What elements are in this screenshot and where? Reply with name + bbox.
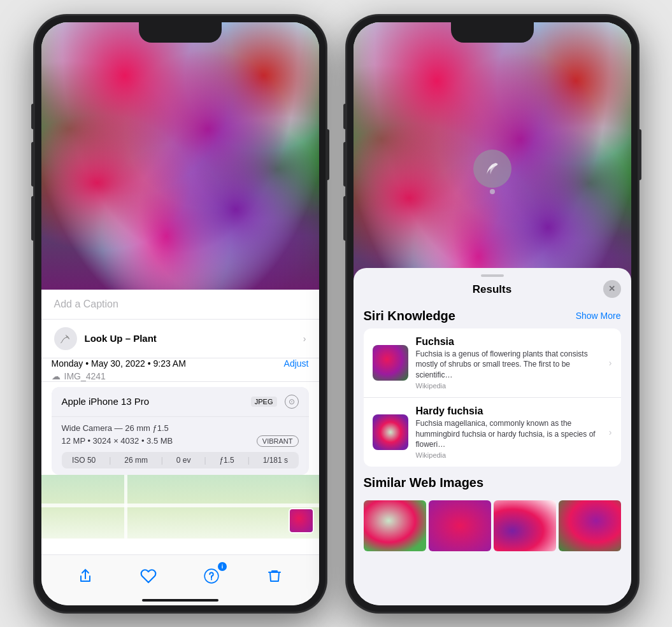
spec-aperture: ƒ1.5 [219,456,234,465]
hardy-fuchsia-thumbnail [373,414,408,450]
phone-2-screen: Results ✕ Siri Knowledge Show More [354,22,631,605]
results-scroll[interactable]: Siri Knowledge Show More Fuchsia Fuchsia… [354,301,631,600]
caption-placeholder[interactable]: Add a Caption [54,299,118,309]
phone-1: Add a Caption Look Up – Plant › Mon [34,15,327,613]
photo-area[interactable] [41,22,319,290]
web-images-row[interactable] [364,500,621,551]
show-more-button[interactable]: Show More [576,311,621,321]
siri-knowledge-title: Siri Knowledge [364,309,455,323]
map-road-vertical [124,475,127,539]
spec-ev: 0 ev [176,456,191,465]
date-section: Monday • May 30, 2022 • 9:23 AM Adjust ☁… [41,358,319,382]
mute-button-2 [343,104,346,129]
jpeg-badge: JPEG [251,397,277,407]
lookup-bold: Look Up – [85,333,131,344]
web-image-2[interactable] [429,500,491,551]
notch [139,22,222,43]
map-road-horizontal [41,504,319,507]
lookup-label: Look Up – Plant [85,333,157,344]
fuchsia-source: Wikipedia [416,382,601,390]
caption-area[interactable]: Add a Caption [41,290,319,320]
delete-button[interactable] [262,563,287,589]
fuchsia-desc: Fuchsia is a genus of flowering plants t… [416,349,601,381]
svg-point-0 [211,579,212,580]
similar-web-images-header: Similar Web Images [364,468,621,495]
phone-1-screen: Add a Caption Look Up – Plant › Mon [41,22,319,605]
spec-shutter: 1/181 s [263,456,288,465]
map-photo-thumbnail [289,508,314,533]
flower-photo [41,22,319,290]
results-panel: Results ✕ Siri Knowledge Show More [354,268,631,605]
web-image-3[interactable] [494,500,556,551]
lookup-icon [54,327,77,350]
cloud-icon: ☁ [52,371,61,381]
close-button[interactable]: ✕ [603,280,621,298]
fuchsia-chevron: › [609,358,612,368]
phone-2: Results ✕ Siri Knowledge Show More [346,15,639,613]
hardy-fuchsia-desc: Fuchsia magellanica, commonly known as t… [416,418,601,450]
web-image-1[interactable] [364,500,426,551]
hardy-fuchsia-source: Wikipedia [416,451,601,459]
camera-wide: Wide Camera — 26 mm ƒ1.5 [62,423,299,433]
volume-up-button-2 [343,142,346,187]
siri-knowledge-header: Siri Knowledge Show More [364,301,621,328]
spec-iso: ISO 50 [72,456,96,465]
results-title: Results [473,283,511,296]
camera-name: Apple iPhone 13 Pro [62,396,150,407]
fuchsia-name: Fuchsia [416,336,601,348]
favorite-button[interactable] [136,563,161,589]
lookup-row[interactable]: Look Up – Plant › [41,320,319,358]
hardy-fuchsia-text: Hardy fuchsia Fuchsia magellanica, commo… [416,405,601,459]
fuchsia-thumbnail [373,345,408,381]
spec-mm: 26 mm [124,456,148,465]
knowledge-item-fuchsia[interactable]: Fuchsia Fuchsia is a genus of flowering … [364,328,621,398]
fuchsia-text: Fuchsia Fuchsia is a genus of flowering … [416,336,601,390]
info-button[interactable]: i [199,563,224,589]
gear-icon[interactable]: ⊙ [285,395,299,409]
lookup-chevron: › [303,334,306,344]
share-button[interactable] [73,563,98,589]
camera-header: Apple iPhone 13 Pro JPEG ⊙ [52,387,309,417]
knowledge-card: Fuchsia Fuchsia is a genus of flowering … [364,328,621,467]
web-image-4[interactable] [559,500,621,551]
camera-section: Apple iPhone 13 Pro JPEG ⊙ Wide Camera —… [52,387,309,475]
volume-up-button [31,142,34,187]
info-badge: i [218,562,227,571]
volume-down-button-2 [343,196,346,241]
volume-down-button [31,196,34,241]
bottom-toolbar: i [41,554,319,605]
vibrant-badge: VIBRANT [257,435,299,447]
camera-details: Wide Camera — 26 mm ƒ1.5 12 MP • 3024 × … [52,417,309,475]
map-area[interactable] [41,475,319,539]
camera-specs-row: ISO 50 | 26 mm | 0 ev | ƒ1.5 | 1/181 s [62,452,299,468]
results-header: Results ✕ [354,277,631,301]
mute-button [31,104,34,129]
knowledge-item-hardy-fuchsia[interactable]: Hardy fuchsia Fuchsia magellanica, commo… [364,398,621,467]
date-text: Monday • May 30, 2022 • 9:23 AM [52,358,186,369]
home-indicator [142,599,218,602]
notch-2 [451,22,534,43]
hardy-fuchsia-name: Hardy fuchsia [416,405,601,417]
siri-leaf-button[interactable] [473,150,511,188]
camera-mp: 12 MP • 3024 × 4032 • 3.5 MB [62,436,173,446]
map-photo-inner [290,509,313,532]
adjust-button[interactable]: Adjust [284,358,309,369]
similar-web-images-title: Similar Web Images [364,476,484,490]
siri-indicator-dot [490,189,495,194]
hardy-fuchsia-chevron: › [609,427,612,437]
filename: IMG_4241 [64,371,106,381]
